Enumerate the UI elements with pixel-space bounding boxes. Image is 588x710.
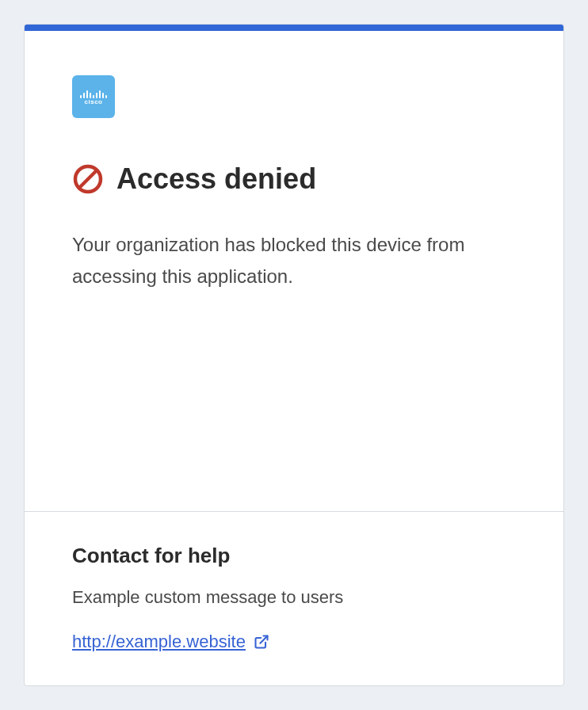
brand-logo-bars: [80, 89, 107, 98]
accent-bar: [25, 25, 563, 31]
access-denied-card: cisco Access denied Your organization ha…: [24, 24, 564, 686]
help-footer: Contact for help Example custom message …: [25, 511, 563, 685]
page-message: Your organization has blocked this devic…: [72, 229, 516, 292]
brand-logo: cisco: [72, 75, 115, 118]
external-link-icon: [254, 634, 269, 650]
help-link[interactable]: http://example.website: [72, 632, 246, 652]
page-title: Access denied: [116, 162, 316, 196]
help-link-container: http://example.website: [72, 632, 269, 652]
svg-line-2: [260, 636, 267, 643]
prohibited-icon: [72, 163, 104, 195]
card-content: cisco Access denied Your organization ha…: [25, 31, 563, 511]
help-message: Example custom message to users: [72, 587, 516, 608]
title-row: Access denied: [72, 162, 516, 196]
brand-logo-text: cisco: [85, 99, 103, 105]
help-heading: Contact for help: [72, 544, 516, 568]
svg-line-1: [79, 170, 97, 188]
